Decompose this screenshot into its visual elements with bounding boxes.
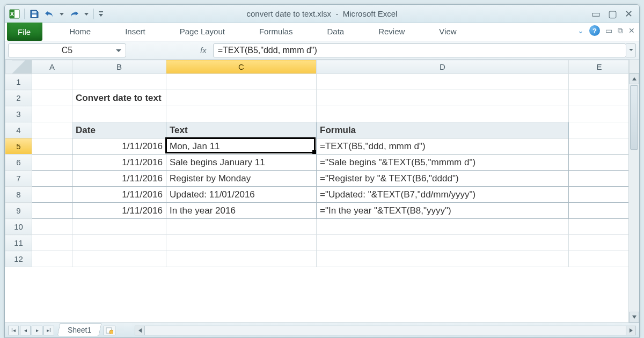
fx-label[interactable]: fx [197,46,210,55]
cell-B2[interactable]: Convert date to text [72,90,166,106]
cell-D2[interactable] [317,90,569,106]
row-header-10[interactable]: 10 [5,219,32,235]
tab-insert[interactable]: Insert [114,23,156,41]
row-header-11[interactable]: 11 [5,235,32,251]
scroll-left-icon[interactable] [135,326,145,335]
new-sheet-icon[interactable] [104,326,115,335]
cell-A5[interactable] [32,138,72,155]
row-header-4[interactable]: 4 [5,122,32,138]
cell-D1[interactable] [317,74,569,90]
cell-B5[interactable]: 1/11/2016 [72,138,166,155]
sheet-nav-next-icon[interactable]: ▸ [32,326,42,335]
cell-C1[interactable] [166,74,317,90]
horizontal-scrollbar[interactable] [135,326,636,335]
scroll-right-icon[interactable] [626,326,635,335]
doc-minimize-icon[interactable]: ▭ [605,26,612,35]
tab-data[interactable]: Data [316,23,355,41]
cell-D12[interactable] [317,251,569,267]
cell-C4[interactable]: Text [166,122,317,138]
cell-E12[interactable] [569,251,629,267]
cell-C3[interactable] [166,106,317,122]
cell-D5[interactable]: =TEXT(B5,"ddd, mmm d") [317,138,569,155]
cell-B6[interactable]: 1/11/2016 [72,155,166,171]
cell-D11[interactable] [317,235,569,251]
cell-D4[interactable]: Formula [317,122,569,138]
cell-D3[interactable] [317,106,569,122]
tab-view[interactable]: View [428,23,467,41]
cell-E4[interactable] [569,122,629,138]
cell-C6[interactable]: Sale begins January 11 [166,155,317,171]
cell-E7[interactable] [569,171,629,187]
cell-E5[interactable] [569,138,629,155]
cell-B9[interactable]: 1/11/2016 [72,203,166,219]
cell-C7[interactable]: Register by Monday [166,171,317,187]
row-header-5[interactable]: 5 [5,138,32,155]
ribbon-min-chevron-icon[interactable]: ⌄ [577,26,584,35]
scroll-up-icon[interactable] [629,74,639,84]
cell-C11[interactable] [166,235,317,251]
qat-customize-icon[interactable] [97,8,105,20]
help-icon[interactable]: ? [589,25,600,36]
name-box[interactable]: C5 [8,43,126,57]
cell-C8[interactable]: Updated: 11/01/2016 [166,187,317,203]
worksheet[interactable]: A B C D E 12Convert date to text34DateTe… [5,60,628,322]
file-tab[interactable]: File [7,23,42,41]
close-icon[interactable]: ✕ [625,8,633,20]
row-header-6[interactable]: 6 [5,155,32,171]
cell-D8[interactable]: ="Updated: "&TEXT(B7,"dd/mm/yyyy") [317,187,569,203]
cell-D6[interactable]: ="Sale begins "&TEXT(B5,"mmmm d") [317,155,569,171]
select-all-corner[interactable] [5,60,32,74]
sheet-nav-last-icon[interactable]: ▸I [43,326,54,335]
redo-icon[interactable] [68,8,80,20]
scroll-thumb[interactable] [630,85,638,150]
sheet-nav-first-icon[interactable]: I◂ [8,326,19,335]
tab-home[interactable]: Home [58,23,101,41]
cell-E6[interactable] [569,155,629,171]
row-header-7[interactable]: 7 [5,171,32,187]
undo-dropdown-icon[interactable] [58,8,65,20]
row-header-12[interactable]: 12 [5,251,32,267]
cell-A4[interactable] [32,122,72,138]
undo-icon[interactable] [43,8,56,20]
cell-B4[interactable]: Date [72,122,166,138]
cell-A10[interactable] [32,219,72,235]
cell-E3[interactable] [569,106,629,122]
cell-E8[interactable] [569,187,629,203]
col-header-e[interactable]: E [569,60,629,74]
cell-B8[interactable]: 1/11/2016 [72,187,166,203]
maximize-icon[interactable]: ▢ [608,8,617,20]
cell-A3[interactable] [32,106,72,122]
cell-D9[interactable]: ="In the year "&TEXT(B8,"yyyy") [317,203,569,219]
col-header-d[interactable]: D [317,60,569,74]
row-header-9[interactable]: 9 [5,203,32,219]
cell-A12[interactable] [32,251,72,267]
row-header-1[interactable]: 1 [5,74,32,90]
cell-A9[interactable] [32,203,72,219]
cell-B12[interactable] [72,251,166,267]
cell-C10[interactable] [166,219,317,235]
cell-B7[interactable]: 1/11/2016 [72,171,166,187]
formula-input[interactable] [213,43,626,57]
cell-E1[interactable] [569,74,629,90]
cell-C12[interactable] [166,251,317,267]
excel-logo-icon[interactable]: X [8,8,21,20]
cell-A7[interactable] [32,171,72,187]
tab-review[interactable]: Review [368,23,415,41]
cell-A1[interactable] [32,74,72,90]
cell-D10[interactable] [317,219,569,235]
cell-B10[interactable] [72,219,166,235]
cell-B1[interactable] [72,74,166,90]
cell-E2[interactable] [569,90,629,106]
cell-D7[interactable]: ="Register by "& TEXT(B6,"dddd") [317,171,569,187]
cell-E10[interactable] [569,219,629,235]
tab-page-layout[interactable]: Page Layout [169,23,236,41]
cell-A11[interactable] [32,235,72,251]
cell-C5[interactable]: Mon, Jan 11 [166,138,317,155]
doc-close-icon[interactable]: ✕ [628,26,635,35]
cell-A2[interactable] [32,90,72,106]
row-header-2[interactable]: 2 [5,90,32,106]
cell-C9[interactable]: In the year 2016 [166,203,317,219]
cell-E9[interactable] [569,203,629,219]
tab-formulas[interactable]: Formulas [248,23,304,41]
row-header-3[interactable]: 3 [5,106,32,122]
